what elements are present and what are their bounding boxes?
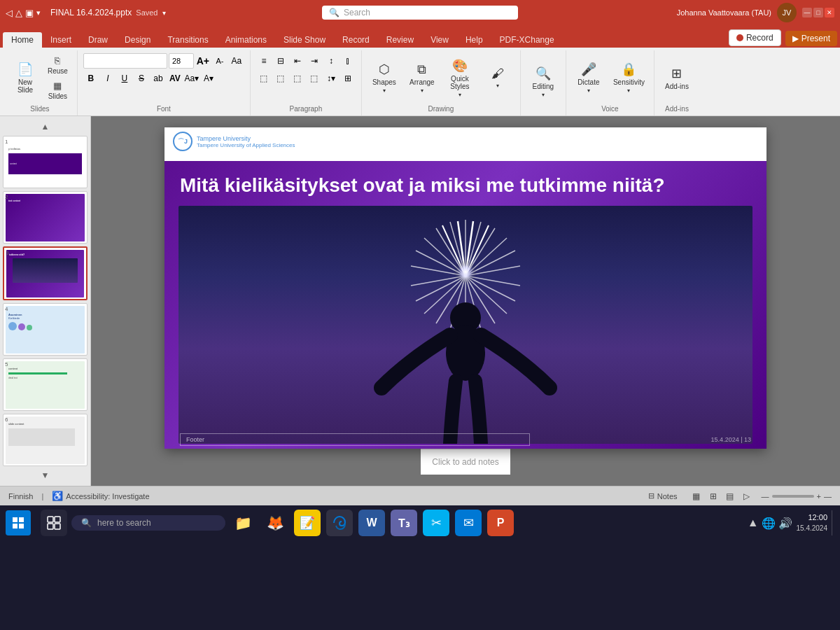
tab-review[interactable]: Review <box>378 32 422 48</box>
clock-area[interactable]: 12:00 15.4.2024 <box>797 512 828 533</box>
taskbar-app-teams[interactable]: T₃ <box>391 510 417 536</box>
taskbar-app-outlook[interactable]: ✉ <box>455 510 482 536</box>
bold-button[interactable]: B <box>83 71 99 86</box>
text-direction-button[interactable]: ↕ <box>323 53 339 69</box>
record-button[interactable]: Record <box>729 29 781 46</box>
taskbar-app-powerpoint[interactable]: P <box>487 510 514 536</box>
zoom-out-button[interactable]: — <box>762 492 769 500</box>
tab-draw[interactable]: Draw <box>80 32 116 48</box>
reading-view-button[interactable]: ▤ <box>722 489 738 503</box>
clear-format-button[interactable]: Aa <box>229 53 244 69</box>
slide-thumb-3[interactable]: 3 tutkimme niitä? <box>3 246 88 300</box>
addins-button[interactable]: ⊞ Add-ins <box>660 57 694 98</box>
notes-button[interactable]: ⊟ Notes <box>644 490 682 502</box>
task-view-button[interactable] <box>41 510 67 536</box>
font-name-selector[interactable] <box>83 53 167 69</box>
numbered-list-button[interactable]: ⊟ <box>273 53 288 69</box>
slide-sorter-button[interactable]: ⊞ <box>706 489 721 503</box>
slides-view-button[interactable]: ▦ Slides <box>44 78 71 102</box>
tab-view[interactable]: View <box>422 32 457 48</box>
tab-pdfxchange[interactable]: PDF-XChange <box>491 32 563 48</box>
font-grow-button[interactable]: A+ <box>195 53 211 69</box>
shape-fill-button[interactable]: 🖌 ▾ <box>481 57 514 98</box>
smart-art-button[interactable]: ⊞ <box>340 71 356 86</box>
underline-button[interactable]: U <box>117 71 132 86</box>
align-left-button[interactable]: ⬚ <box>256 71 272 86</box>
slide-title[interactable]: Mitä kielikäsitykset ovat ja miksi me tu… <box>164 161 766 206</box>
strikethrough-button[interactable]: S <box>134 71 149 86</box>
font-shrink-button[interactable]: A- <box>212 53 227 69</box>
dictate-button[interactable]: 🎤 Dictate ▾ <box>572 57 606 98</box>
tray-volume-icon[interactable]: 🔊 <box>778 517 792 530</box>
back-icon[interactable]: ◁ <box>6 8 13 18</box>
tab-insert[interactable]: Insert <box>42 32 80 48</box>
reuse-slides-button[interactable]: ⎘ Reuse <box>44 53 71 77</box>
slide-canvas[interactable]: ⌒J Tampere University Tampere University… <box>164 127 766 449</box>
align-right-button[interactable]: ⬚ <box>290 71 305 86</box>
taskbar-app-explorer[interactable]: 📁 <box>230 510 256 536</box>
redo-icon[interactable]: △ <box>15 8 22 18</box>
text-shadow-button[interactable]: ab <box>150 71 166 86</box>
save-icon[interactable]: ▣ <box>25 8 34 18</box>
start-button[interactable] <box>6 510 31 536</box>
indent-decrease-button[interactable]: ⇤ <box>290 53 305 69</box>
taskbar-app-firefox[interactable]: 🦊 <box>262 510 288 536</box>
indent-increase-button[interactable]: ⇥ <box>307 53 322 69</box>
show-desktop-button[interactable] <box>832 510 834 536</box>
tab-animations[interactable]: Animations <box>217 32 275 48</box>
sensitivity-button[interactable]: 🔒 Sensitivity ▾ <box>610 57 648 98</box>
normal-view-button[interactable]: ▦ <box>689 489 704 503</box>
highlight-button[interactable]: Aa▾ <box>184 71 200 86</box>
justify-button[interactable]: ⬚ <box>307 71 322 86</box>
slide-thumb-4[interactable]: 4 Asuminen Kielitiede <box>3 303 88 356</box>
bullet-list-button[interactable]: ≡ <box>256 53 272 69</box>
tray-network-icon[interactable]: 🌐 <box>762 517 776 530</box>
font-size-selector[interactable]: 28 <box>169 53 194 69</box>
close-button[interactable]: ✕ <box>825 8 834 18</box>
zoom-slider[interactable] <box>772 495 814 498</box>
maximize-button[interactable]: □ <box>813 8 823 18</box>
tab-design[interactable]: Design <box>116 32 159 48</box>
editing-button[interactable]: 🔍 Editing ▾ <box>526 62 560 102</box>
scroll-down-button[interactable]: ▼ <box>3 469 88 482</box>
arrange-button[interactable]: ⧉ Arrange ▾ <box>405 57 439 98</box>
search-bar[interactable]: 🔍 Search <box>322 6 518 20</box>
taskbar-app-word[interactable]: W <box>358 510 385 536</box>
slide-thumb-2[interactable]: 2 text content <box>3 191 88 244</box>
new-slide-button[interactable]: 📄 NewSlide <box>8 57 42 98</box>
minimize-button[interactable]: — <box>802 8 812 18</box>
customize-icon[interactable]: ▾ <box>36 8 41 18</box>
search-icon: 🔍 <box>329 8 340 18</box>
slide-thumb-5[interactable]: 5 content detail text <box>3 358 88 411</box>
taskbar-app-snipping[interactable]: ✂ <box>423 510 449 536</box>
tab-slideshow[interactable]: Slide Show <box>275 32 334 48</box>
notes-add-bar[interactable]: Click to add notes <box>421 449 510 475</box>
quick-styles-button[interactable]: 🎨 QuickStyles ▾ <box>443 56 477 100</box>
italic-button[interactable]: I <box>100 71 115 86</box>
zoom-in-button[interactable]: + <box>817 492 821 500</box>
shapes-button[interactable]: ⬡ Shapes ▾ <box>368 57 401 98</box>
dropdown-icon[interactable]: ▾ <box>162 9 166 17</box>
tab-help[interactable]: Help <box>457 32 491 48</box>
presentation-view-button[interactable]: ▷ <box>739 489 755 503</box>
tray-up-arrow[interactable]: ▲ <box>748 517 759 529</box>
taskbar-search[interactable]: 🔍 here to search <box>71 515 225 531</box>
align-center-button[interactable]: ⬚ <box>273 71 288 86</box>
user-avatar[interactable]: JV <box>777 3 797 22</box>
taskbar-app-stickynotes[interactable]: 📝 <box>294 510 321 536</box>
line-spacing-button[interactable]: ↕▾ <box>323 71 339 86</box>
slide-number-1: 1 <box>5 139 8 145</box>
slide-thumb-1[interactable]: 1 y todistus content <box>3 136 88 188</box>
tab-record[interactable]: Record <box>334 32 378 48</box>
scroll-up-button[interactable]: ▲ <box>3 120 88 133</box>
slide-footer-box[interactable]: Footer <box>180 433 530 446</box>
columns-button[interactable]: ⫿ <box>340 53 356 69</box>
font-color-button[interactable]: AV <box>167 71 183 86</box>
slide-thumb-6[interactable]: 6 slide content <box>3 414 88 466</box>
tab-home[interactable]: Home <box>3 32 42 48</box>
tab-transitions[interactable]: Transitions <box>159 32 216 48</box>
present-button[interactable]: ▶ Present <box>785 31 837 46</box>
taskbar-app-edge[interactable] <box>326 510 353 536</box>
accessibility-button[interactable]: ♿ Accessibility: Investigate <box>52 491 149 501</box>
font-color2-button[interactable]: A▾ <box>201 71 216 86</box>
